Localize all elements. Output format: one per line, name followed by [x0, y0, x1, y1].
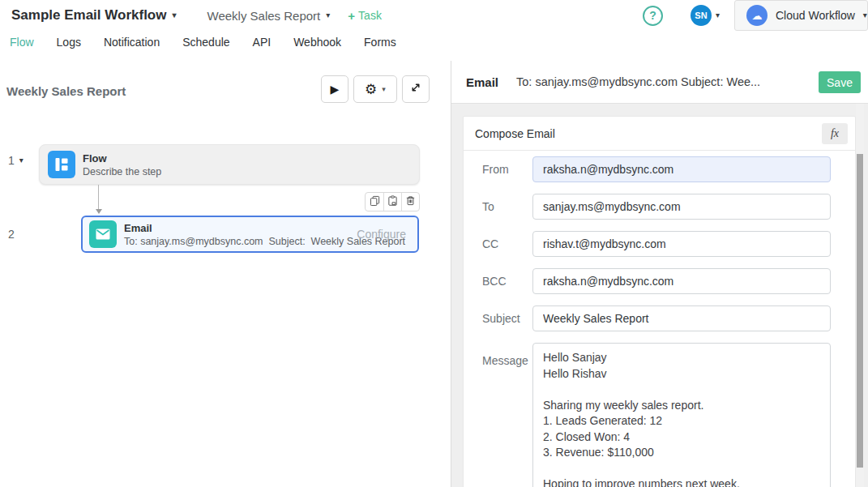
connector-line — [98, 185, 99, 210]
email-step-icon — [89, 220, 117, 248]
canvas-toolbar: ▶ ⚙ ▾ — [321, 75, 430, 103]
user-menu[interactable]: SN ▾ — [691, 5, 720, 26]
flow-canvas: Weekly Sales Report ▶ ⚙ ▾ 1 ▾ — [0, 55, 451, 487]
trash-icon — [405, 194, 416, 209]
chevron-down-icon: ▾ — [326, 11, 330, 19]
cloud-workflow-icon: ☁ — [746, 5, 768, 26]
step-1-number: 1 — [8, 154, 15, 167]
configure-link[interactable]: Configure — [357, 228, 417, 241]
cc-field-row: CC — [482, 231, 855, 257]
from-label: From — [482, 163, 532, 176]
workflow-title: Sample Email Workflow — [11, 7, 166, 23]
message-textarea[interactable]: Hello Sanjay Hello Rishav Sharing my wee… — [532, 343, 831, 487]
top-bar: Sample Email Workflow ▾ Weekly Sales Rep… — [0, 0, 868, 31]
panel-step-type: Email — [466, 75, 498, 89]
flow-step-icon — [48, 151, 75, 178]
step-mini-toolbar — [365, 192, 420, 211]
email-fields: From To CC BCC Subject — [464, 151, 855, 487]
subject-label: Subject — [482, 312, 532, 325]
expand-icon — [410, 82, 421, 96]
workflow-title-dropdown[interactable]: Sample Email Workflow ▾ — [11, 7, 177, 23]
settings-button[interactable]: ⚙ ▾ — [353, 75, 397, 103]
step-2-number: 2 — [8, 228, 15, 241]
message-label: Message — [482, 354, 532, 367]
scrollbar-thumb[interactable] — [857, 154, 863, 468]
subject-field-row: Subject — [482, 305, 855, 331]
subject-input[interactable] — [532, 305, 831, 331]
step-1-toggle[interactable]: 1 ▾ — [8, 154, 24, 167]
step-card-email[interactable]: Email To: sanjay.ms@mydbsync.com Subject… — [81, 216, 419, 253]
copy-step-button[interactable] — [366, 193, 383, 211]
connector-arrow-icon — [96, 209, 102, 214]
save-button[interactable]: Save — [819, 71, 861, 93]
copy-icon — [370, 194, 380, 209]
step-2-number-label: 2 — [8, 228, 15, 241]
help-icon[interactable]: ? — [643, 6, 663, 26]
plus-icon: + — [348, 9, 355, 23]
from-input[interactable] — [532, 156, 831, 182]
compose-section-title: Compose Email — [475, 127, 555, 140]
bcc-field-row: BCC — [482, 268, 855, 294]
step-card-flow[interactable]: Flow Describe the step — [39, 144, 420, 185]
avatar: SN — [691, 5, 712, 26]
delete-step-button[interactable] — [401, 193, 419, 211]
compose-header: Compose Email fx — [464, 117, 855, 151]
chevron-down-icon: ▾ — [863, 11, 867, 19]
paste-icon — [387, 194, 398, 209]
step-description: To: sanjay.ms@mydbsync.com Subject: Week… — [124, 236, 357, 247]
gear-icon: ⚙ — [365, 81, 377, 98]
run-button[interactable]: ▶ — [321, 75, 348, 103]
bcc-input[interactable] — [532, 268, 831, 294]
top-right-cluster: ? SN ▾ ☁ Cloud Workflow ▾ — [643, 0, 868, 31]
chevron-down-icon: ▾ — [382, 86, 386, 93]
panel-header: Email To: sanjay.ms@mydbsync.com Subject… — [451, 61, 868, 104]
add-task-button[interactable]: + Task — [348, 9, 382, 23]
chevron-down-icon: ▾ — [172, 11, 176, 19]
message-field-row: Message Hello Sanjay Hello Rishav Sharin… — [482, 343, 855, 487]
play-icon: ▶ — [331, 83, 340, 96]
step-text: Email To: sanjay.ms@mydbsync.com Subject… — [124, 222, 357, 247]
step-name: Flow — [83, 152, 161, 164]
to-label: To — [482, 200, 532, 213]
add-task-label: Task — [358, 9, 382, 22]
fx-button[interactable]: fx — [822, 123, 848, 144]
step-description: Describe the step — [83, 166, 161, 177]
chevron-down-icon: ▾ — [19, 156, 24, 164]
config-panel: Email To: sanjay.ms@mydbsync.com Subject… — [451, 61, 868, 487]
app-name: Cloud Workflow — [776, 9, 855, 22]
panel-summary: To: sanjay.ms@mydbsync.com Subject: Wee.… — [516, 75, 760, 88]
step-text: Flow Describe the step — [83, 152, 161, 177]
to-input[interactable] — [532, 194, 831, 220]
task-selector-dropdown[interactable]: Weekly Sales Report ▾ — [207, 9, 331, 23]
compose-email-card: Compose Email fx From To CC BCC — [463, 116, 856, 487]
chevron-down-icon: ▾ — [716, 11, 720, 19]
paste-step-button[interactable] — [383, 193, 401, 211]
task-selector-label: Weekly Sales Report — [207, 9, 321, 23]
step-name: Email — [124, 222, 357, 234]
title-group: Sample Email Workflow ▾ Weekly Sales Rep… — [0, 7, 382, 23]
from-field-row: From — [482, 156, 855, 182]
to-field-row: To — [482, 194, 855, 220]
canvas-title: Weekly Sales Report — [6, 84, 126, 98]
cc-input[interactable] — [532, 231, 831, 257]
cc-label: CC — [482, 237, 532, 250]
workflow-app: Sample Email Workflow ▾ Weekly Sales Rep… — [0, 0, 868, 487]
fullscreen-button[interactable] — [402, 75, 430, 103]
app-switcher-button[interactable]: ☁ Cloud Workflow ▾ — [734, 0, 868, 31]
bcc-label: BCC — [482, 275, 532, 288]
panel-scrollbar[interactable] — [856, 104, 864, 487]
